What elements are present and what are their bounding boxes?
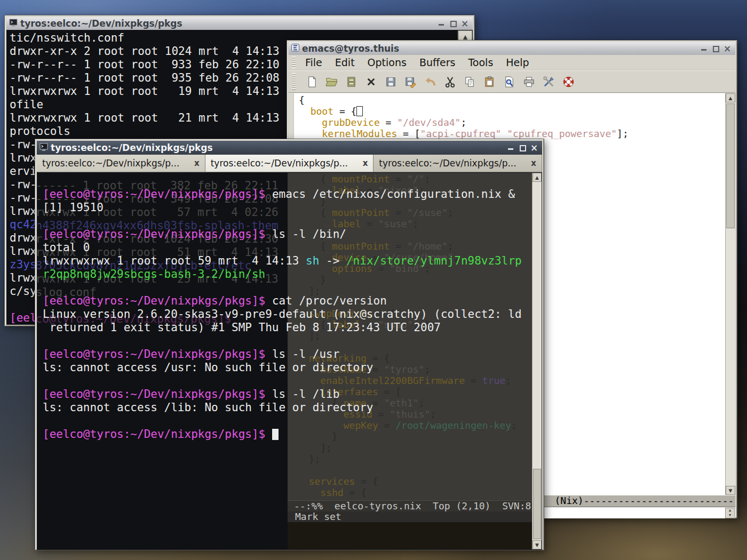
menu-file[interactable]: File [299,55,329,69]
scrollbar-thumb[interactable] [533,469,541,539]
tab-label: tyros:eelco:~/Dev/nixpkgs/p... [211,158,359,169]
emacs-line: boot = { [299,106,735,117]
terminal-line: [eelco@tyros:~/Dev/nixpkgs/pkgs]$ cat /p… [43,294,522,308]
close-button[interactable]: × [724,45,731,52]
minimize-button[interactable] [700,45,708,52]
terminal-line: lrwxrwxrwx 1 root root 59 mrt 4 14:13 sh… [43,254,522,268]
ghost-emacs-line: services = { [297,476,535,487]
close-button[interactable]: × [530,144,538,151]
terminal-line: [1] 19510 [43,201,522,214]
terminal-tab-1[interactable]: tyros:eelco:~/Dev/nixpkgs/p...x [37,155,205,172]
ghost-emacs-minibuffer: Mark set [288,511,535,522]
ghost-wallpaper [288,522,535,550]
copy-icon[interactable] [463,75,476,89]
ghost-emacs-line: }; [297,453,535,465]
close-button[interactable]: × [461,20,468,27]
emacs-icon [291,44,299,54]
save-as-icon[interactable] [403,75,417,89]
terminal-tab-2[interactable]: tyros:eelco:~/Dev/nixpkgs/p...x [205,155,374,172]
scroll-down-arrow[interactable]: ▼ [726,486,735,495]
scroll-down-arrow[interactable]: ▼ [533,540,542,549]
terminal-line: [eelco@tyros:~/Dev/nixpkgs/pkgs]$ ls -l … [43,348,522,361]
new-file-icon[interactable] [305,75,319,89]
emacs-title: emacs@tyros.thuis [302,43,697,54]
tab-label: tyros:eelco:~/Dev/nixpkgs/p... [379,158,527,169]
front-terminal-titlebar[interactable]: tyros:eelco:~/Dev/nixpkgs/pkgs × [37,141,542,155]
terminal-line: [eelco@tyros:~/Dev/nixpkgs/pkgs]$ ls -l … [43,228,522,241]
front-terminal-content[interactable]: { mountPoint = "/"; label = "nixos"; } {… [37,172,542,550]
terminal-line [43,414,522,428]
terminal-cursor [272,429,279,440]
scroll-up-arrow[interactable]: ▲ [726,93,735,102]
back-terminal-titlebar[interactable]: tyros:eelco:~/Dev/nixpkgs/pkgs × [6,17,473,30]
open-folder-icon[interactable] [324,75,338,89]
emacs-titlebar[interactable]: emacs@tyros.thuis × [289,42,735,55]
close-buffer-icon[interactable] [364,75,378,89]
desktop: tyros:eelco:~/Dev/nixpkgs/pkgs × tic/nss… [0,0,747,560]
minimize-button[interactable] [507,144,514,151]
terminal-tab-3[interactable]: tyros:eelco:~/Dev/nixpkgs/p...x [374,155,542,172]
preferences-icon[interactable] [542,75,555,89]
ghost-emacs-line: ]; [297,442,535,453]
terminal-line: [eelco@tyros:~/Dev/nixpkgs/pkgs]$ [43,428,522,441]
front-terminal-title: tyros:eelco:~/Dev/nixpkgs/pkgs [51,142,504,153]
ghost-emacs-line [297,465,535,476]
tab-close-icon[interactable]: x [363,158,368,168]
emacs-toolbar [289,70,735,93]
maximize-button[interactable] [449,20,457,27]
terminal-line: [eelco@tyros:~/Dev/nixpkgs/pkgs]$ ls -l … [43,388,522,401]
terminal-line: r2qp8nq8jw29sbcgs-bash-3.2/bin/sh [43,268,522,281]
terminal-line: total 0 [43,241,522,254]
minibuffer-scroll-arrows[interactable]: ▲▼ [725,508,735,518]
emacs-menubar: FileEditOptionsBuffersToolsHelp [289,55,735,70]
konsole-icon [39,143,48,153]
terminal-line [43,374,522,388]
maximize-button[interactable] [519,144,526,151]
tab-close-icon[interactable]: x [194,158,200,168]
window-terminal-front[interactable]: tyros:eelco:~/Dev/nixpkgs/pkgs × tyros:e… [35,139,544,550]
terminal-line: returned 1 exit status) #1 SMP Thu Feb 8… [43,321,522,334]
toolbar-grip[interactable] [292,73,296,90]
terminal-line [43,281,522,294]
terminal-tabbar: tyros:eelco:~/Dev/nixpkgs/p...xtyros:eel… [37,155,542,172]
tab-close-icon[interactable]: x [531,158,536,168]
emacs-scrollbar[interactable]: ▲ ▼ [725,93,735,495]
undo-icon[interactable] [423,75,437,89]
help-icon[interactable] [561,75,575,89]
ghost-emacs-line: sshd = { [297,487,535,498]
tab-label: tyros:eelco:~/Dev/nixpkgs/p... [42,158,190,169]
menu-help[interactable]: Help [499,55,535,69]
konsole-icon [9,19,18,29]
search-icon[interactable] [502,75,516,89]
emacs-line: kernelModules = ["acpi-cpufreq" "cpufreq… [299,128,735,139]
toolbar-grip[interactable] [292,57,296,68]
menu-options[interactable]: Options [361,55,413,69]
maximize-button[interactable] [712,45,719,52]
ghost-emacs-modeline: --:%% eelco-tyros.nix Top (2,10) SVN:816 [288,500,535,512]
scrollbar-thumb[interactable] [726,103,735,228]
save-icon[interactable] [384,75,398,89]
menu-edit[interactable]: Edit [329,55,361,69]
minimize-button[interactable] [438,20,445,27]
ghost-emacs-line: { mountPoint = "/"; [297,173,535,185]
dired-icon[interactable] [344,75,358,89]
terminal-line: [eelco@tyros:~/Dev/nixpkgs/pkgs]$ emacs … [43,188,522,201]
emacs-line: { [299,94,735,106]
scroll-up-arrow[interactable]: ▲ [533,173,542,182]
emacs-line: grubDevice = "/dev/sda4"; [299,117,735,128]
terminal-line: Linux version 2.6.20-skas3-v9-pre9-defau… [43,308,522,321]
menu-buffers[interactable]: Buffers [413,55,462,69]
menu-tools[interactable]: Tools [462,55,499,69]
print-icon[interactable] [522,75,536,89]
front-terminal-text: [eelco@tyros:~/Dev/nixpkgs/pkgs]$ emacs … [43,188,522,441]
terminal-line [43,214,522,228]
back-terminal-title: tyros:eelco:~/Dev/nixpkgs/pkgs [20,18,435,29]
front-terminal-scrollbar[interactable]: ▲ ▼ [532,173,542,549]
terminal-line: ls: cannot access /usr: No such file or … [43,361,522,374]
emacs-cursor [356,106,363,116]
terminal-line: ls: cannot access /lib: No such file or … [43,401,522,414]
cut-icon[interactable] [443,75,457,89]
paste-icon[interactable] [482,75,496,89]
terminal-line [43,334,522,348]
